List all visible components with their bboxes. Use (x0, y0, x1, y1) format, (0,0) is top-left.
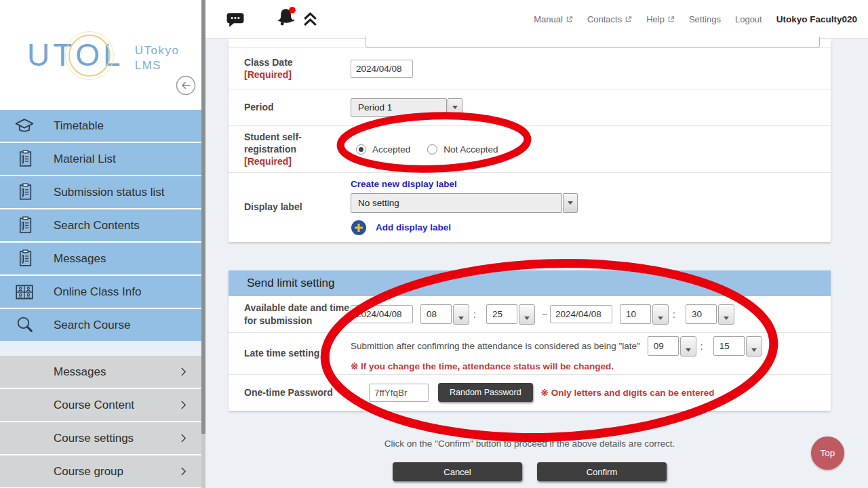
contacts-link[interactable]: Contacts (587, 14, 632, 24)
random-password-button[interactable]: Random Password (438, 383, 533, 402)
end-minute-spinner (686, 304, 734, 325)
add-display-label-link[interactable]: Add display label (376, 222, 451, 232)
self-registration-row: Student self-registration [Required] Acc… (229, 126, 831, 173)
logo-o-ring: O (75, 39, 103, 70)
sidebar-menu-blue: Timetable Material List Submission statu… (0, 110, 201, 341)
logout-link[interactable]: Logout (735, 14, 762, 24)
sidebar-item-search-contents[interactable]: Search Contents (0, 209, 201, 241)
clipboard-icon (13, 149, 36, 169)
main-area: Manual Contacts Help Settings Logout Uto… (205, 0, 868, 488)
period-row: Period Period 1 (229, 89, 831, 126)
sidebar-collapse-button[interactable] (176, 75, 196, 96)
clipboard-icon (13, 182, 36, 202)
manual-link[interactable]: Manual (534, 14, 573, 24)
settings-link[interactable]: Settings (689, 14, 721, 24)
arrow-left-circle-icon (176, 75, 196, 96)
truncated-row (229, 39, 831, 48)
external-link-icon (566, 16, 573, 23)
late-hour-input[interactable] (648, 336, 679, 356)
end-date-input[interactable] (550, 305, 612, 323)
class-date-row: Class Date [Required] (229, 48, 831, 89)
content-area: Class Date [Required] Period Period 1 (205, 39, 868, 488)
notification-bell-icon[interactable] (274, 5, 298, 33)
create-display-label-link[interactable]: Create new display label (351, 179, 457, 189)
class-date-input[interactable] (351, 60, 413, 78)
sidebar-item-submission-status-list[interactable]: Submission status list (0, 176, 201, 208)
sidebar-menu-gray: Messages Course Content Course settings … (0, 356, 201, 487)
end-hour-input[interactable] (620, 304, 651, 324)
start-minute-input[interactable] (486, 304, 517, 324)
send-limit-header: Send limit setting (229, 270, 831, 296)
scroll-to-top-button[interactable]: Top (811, 436, 844, 470)
clipboard-icon (13, 216, 36, 235)
sidebar-item-course-group[interactable]: Course group (0, 455, 201, 487)
period-label: Period (229, 101, 351, 113)
class-settings-panel: Class Date [Required] Period Period 1 (229, 39, 831, 242)
sidebar-section-divider (0, 341, 201, 356)
late-time-description: Submittion after confimring the attendan… (351, 341, 640, 351)
late-minute-input[interactable] (713, 336, 745, 356)
utol-logo: UTOL UTokyo LMS (27, 39, 179, 73)
confirm-button[interactable]: Confirm (537, 462, 667, 481)
sidebar-item-messages[interactable]: Messages (0, 243, 201, 274)
late-time-label: Late time setting (229, 347, 351, 359)
sidebar-item-messages-group[interactable]: Messages (0, 356, 201, 388)
sidebar-item-material-list[interactable]: Material List (0, 143, 201, 175)
spinner-arrow-icon[interactable] (746, 336, 762, 357)
spinner-arrow-icon[interactable] (652, 304, 669, 325)
end-minute-input[interactable] (686, 304, 717, 324)
display-label-select[interactable]: No setting (351, 193, 578, 213)
sidebar-item-course-content[interactable]: Course Content (0, 389, 201, 421)
required-badge: [Required] (244, 68, 351, 81)
one-time-password-row: One-time Password Random Password ※ Only… (229, 375, 831, 410)
self-registration-label: Student self-registration [Required] (229, 131, 351, 168)
late-time-warning: ※ If you change the time, attendance sta… (351, 361, 762, 371)
one-time-password-label: One-time Password (229, 386, 351, 399)
end-hour-spinner (620, 304, 669, 325)
sidebar-item-timetable[interactable]: Timetable (0, 110, 201, 142)
period-select[interactable]: Period 1 (351, 98, 462, 117)
user-name: Utokyo Faculty020 (776, 14, 857, 24)
add-plus-icon[interactable] (351, 220, 367, 236)
start-hour-input[interactable] (420, 304, 452, 324)
action-buttons: Cancel Confirm (229, 462, 831, 481)
help-link[interactable]: Help (646, 14, 675, 24)
logo-subtitle: UTokyo LMS (135, 43, 180, 73)
dropdown-arrow-icon[interactable] (563, 193, 578, 213)
truncated-input[interactable] (366, 37, 820, 47)
spinner-arrow-icon[interactable] (453, 304, 469, 325)
spinner-arrow-icon[interactable] (519, 304, 535, 325)
radio-not-accepted[interactable] (427, 144, 437, 155)
one-time-password-input[interactable] (369, 384, 429, 402)
chat-icon[interactable] (226, 11, 245, 32)
sidebar-item-course-settings[interactable]: Course settings (0, 422, 201, 454)
late-time-row: Late time setting Submittion after confi… (229, 333, 831, 375)
class-date-label: Class Date [Required] (229, 56, 351, 81)
sidebar: UTOL UTokyo LMS Timetable (0, 0, 201, 488)
confirm-instruction: Click on the "Confirm" button to proceed… (229, 439, 831, 449)
spinner-arrow-icon[interactable] (718, 304, 734, 325)
self-registration-options: Accepted Not Accepted (356, 144, 498, 155)
password-note: ※ Only letters and digits can be entered (541, 387, 715, 398)
sidebar-item-search-course[interactable]: Search Course (0, 309, 201, 341)
graduation-cap-icon (13, 117, 36, 135)
start-minute-spinner (486, 304, 535, 325)
display-label-label: Display label (229, 201, 351, 213)
display-label-row: Display label Create new display label N… (229, 173, 831, 241)
late-minute-spinner (713, 336, 762, 357)
logo-area: UTOL UTokyo LMS (0, 0, 201, 110)
radio-accepted[interactable] (356, 144, 366, 155)
chevron-right-icon (180, 466, 186, 476)
sidebar-item-online-class-info[interactable]: Online Class Info (0, 276, 201, 308)
start-date-input[interactable] (351, 305, 413, 323)
cancel-button[interactable]: Cancel (393, 462, 522, 481)
topbar: Manual Contacts Help Settings Logout Uto… (205, 0, 868, 39)
external-link-icon (667, 16, 675, 23)
dropdown-arrow-icon[interactable] (448, 98, 462, 117)
search-icon (13, 315, 36, 335)
collapse-up-icon[interactable] (301, 10, 319, 31)
topbar-links: Manual Contacts Help Settings Logout Uto… (534, 0, 857, 39)
late-hour-spinner (648, 336, 696, 357)
available-datetime-label: Available date and time for submission (229, 302, 351, 326)
spinner-arrow-icon[interactable] (680, 336, 696, 357)
